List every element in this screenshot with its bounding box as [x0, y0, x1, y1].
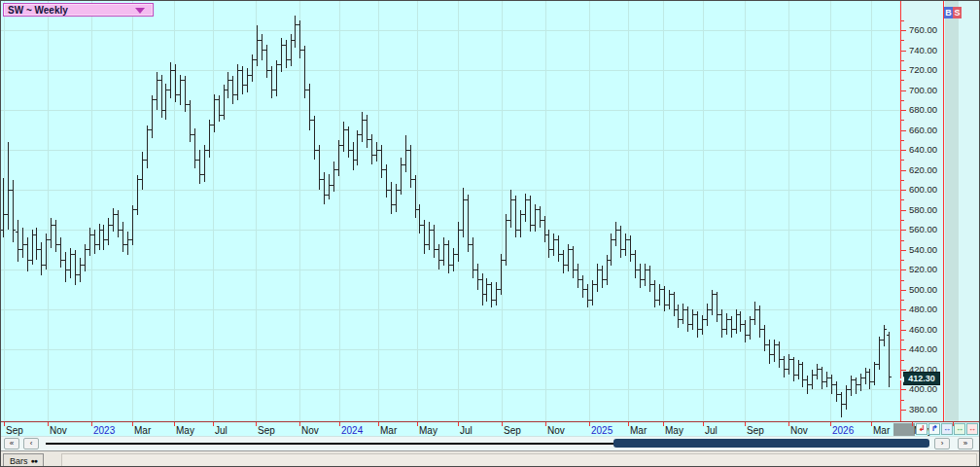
price-axis-tick	[901, 309, 906, 310]
time-axis-month-label: Nov	[790, 425, 808, 436]
time-axis-tick	[788, 422, 789, 426]
price-axis-tick	[901, 30, 906, 31]
price-axis-tick	[901, 170, 906, 171]
scroll-far-right-button[interactable]: »	[958, 438, 973, 449]
price-axis-label: 600.00	[909, 184, 937, 195]
time-axis-month-label: May	[665, 425, 683, 436]
symbol-timeframe-dropdown[interactable]: SW ~ Weekly	[3, 3, 154, 17]
link-dots-icon: ●●	[31, 455, 37, 467]
time-axis-tick	[48, 422, 49, 426]
time-axis-month-label: Sep	[6, 425, 23, 436]
price-axis-tick	[901, 330, 906, 331]
time-axis-tick	[4, 422, 5, 426]
time-axis-month-label: Mar	[134, 425, 151, 436]
price-axis-label: 440.00	[909, 343, 937, 354]
price-axis-label: 400.00	[909, 383, 937, 394]
time-axis-month-label: Sep	[258, 425, 275, 436]
price-axis-tick	[901, 70, 906, 71]
time-axis-tick	[91, 422, 92, 426]
tab-bar-empty-area	[61, 453, 977, 467]
price-axis-tick	[901, 250, 906, 251]
redo-zoom-icon[interactable]: ↱	[928, 423, 940, 435]
tab-bars[interactable]: Bars ●●	[3, 453, 44, 467]
time-axis-month-label: Jul	[215, 425, 228, 436]
price-axis-tick	[901, 230, 906, 231]
price-axis-tick	[901, 110, 906, 111]
time-axis-tick	[830, 422, 831, 426]
scroll-left-button[interactable]: ‹	[23, 438, 39, 449]
price-axis-label: 460.00	[909, 324, 937, 335]
price-axis-tick	[901, 140, 904, 141]
time-axis-tick	[378, 422, 379, 426]
last-price-tag: 412.30	[903, 372, 940, 385]
time-axis-month-label: Mar	[873, 425, 890, 436]
time-axis-month-label: Sep	[504, 425, 521, 436]
right-scroll-strip	[945, 1, 959, 436]
time-axis-month-label: May	[419, 425, 438, 436]
scroll-far-left-button[interactable]: «	[4, 438, 19, 449]
right-margin-pane	[943, 1, 980, 436]
price-axis-label: 580.00	[909, 204, 937, 215]
price-axis-tick	[901, 410, 906, 411]
price-axis-tick	[901, 40, 904, 41]
sell-button[interactable]: S	[953, 7, 962, 18]
time-axis-month-label: Jul	[460, 425, 472, 436]
time-axis-year-label: 2026	[832, 425, 854, 436]
price-axis-tick	[901, 130, 906, 131]
scrollbar-track[interactable]	[46, 443, 613, 445]
time-axis-month-label: Nov	[50, 425, 67, 436]
chart-nav-buttons: ↲↱↔↔↔	[916, 423, 978, 435]
scroll-right-button[interactable]: ›	[934, 438, 950, 449]
time-axis-tick	[663, 422, 664, 426]
pan-horizontal-red-icon[interactable]: ↔	[966, 423, 978, 435]
price-axis-tick	[901, 349, 906, 350]
time-axis-tick	[703, 422, 704, 426]
price-axis-tick	[901, 160, 904, 161]
symbol-timeframe-label: SW ~ Weekly	[8, 5, 68, 16]
price-axis-tick	[901, 120, 904, 121]
price-axis-tick	[901, 320, 904, 321]
buy-button[interactable]: B	[944, 7, 953, 18]
time-axis-tick	[417, 422, 418, 426]
price-axis-tick	[901, 190, 906, 191]
scrollbar-thumb[interactable]	[613, 439, 929, 448]
time-axis-tick	[458, 422, 459, 426]
time-axis-month-label: Mar	[630, 425, 647, 436]
pan-horizontal-blue-icon[interactable]: ↔	[941, 423, 953, 435]
price-axis-tick	[901, 220, 904, 221]
chevron-down-icon	[135, 8, 145, 14]
price-axis-tick	[901, 80, 904, 81]
time-axis-tick	[132, 422, 133, 426]
price-axis-tick	[901, 100, 904, 101]
bottom-tab-bar: Bars ●●	[1, 450, 980, 467]
trading-chart-window: SW ~ Weekly 412.30 760.00740.00720.00700…	[0, 0, 980, 467]
undo-zoom-icon[interactable]: ↲	[916, 423, 928, 435]
price-axis-tick	[901, 340, 904, 341]
chart-plot-area[interactable]	[1, 1, 900, 421]
tab-bars-label: Bars	[10, 455, 28, 467]
time-axis-year-label: 2024	[341, 425, 363, 436]
time-axis-tick	[213, 422, 214, 426]
time-axis-tick	[871, 422, 872, 426]
time-axis-tick	[502, 422, 503, 426]
price-axis-tick	[901, 240, 904, 241]
price-axis: 412.30 760.00740.00720.00700.00680.00660…	[900, 1, 943, 436]
time-axis-tick	[912, 422, 913, 426]
price-axis-tick	[901, 20, 904, 21]
price-axis-label: 680.00	[909, 104, 937, 115]
time-axis: ↲↱↔↔↔ SepNov2023MarMayJulSepNov2024MarMa…	[1, 421, 980, 436]
price-axis-label: 660.00	[909, 125, 937, 135]
price-axis-tick	[901, 90, 906, 91]
time-axis-month-label: Nov	[301, 425, 319, 436]
time-axis-tick	[545, 422, 546, 426]
pan-horizontal-green-icon[interactable]: ↔	[954, 423, 965, 435]
price-axis-tick	[901, 260, 904, 261]
price-axis-tick	[901, 290, 906, 291]
time-axis-month-label: May	[176, 425, 194, 436]
price-axis-label: 500.00	[909, 284, 937, 295]
price-axis-tick	[901, 210, 906, 211]
price-axis-tick	[901, 300, 904, 301]
time-axis-tick	[745, 422, 746, 426]
time-axis-tick	[589, 422, 590, 426]
price-axis-tick	[901, 60, 904, 61]
